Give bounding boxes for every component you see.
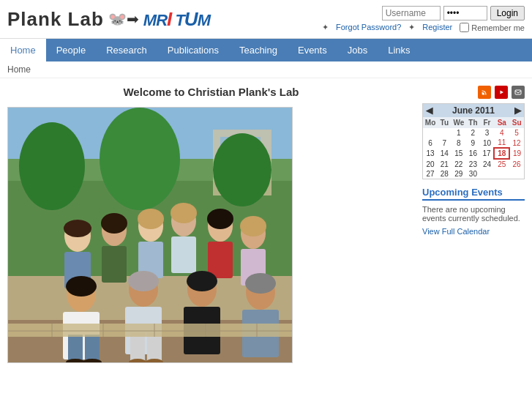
cal-day-cell[interactable]: 8 [452, 138, 467, 148]
cal-day-cell[interactable]: 25 [494, 159, 509, 169]
svg-point-45 [171, 203, 197, 223]
cal-day-cell[interactable]: 26 [509, 159, 524, 169]
svg-rect-35 [85, 335, 100, 360]
cal-day-cell[interactable]: 4 [494, 128, 509, 138]
nav-links[interactable]: Links [378, 39, 420, 61]
nav-publications[interactable]: Publications [157, 39, 229, 61]
cal-day-cell[interactable]: 28 [438, 169, 451, 179]
login-button[interactable]: Login [490, 6, 525, 20]
cal-day-we: We [452, 117, 467, 128]
nav-people[interactable]: People [46, 39, 96, 61]
cal-day-cell[interactable]: 2 [466, 128, 479, 138]
cal-next-arrow[interactable]: ▶ [514, 105, 521, 116]
youtube-icon[interactable] [495, 86, 508, 99]
social-icons [422, 86, 525, 99]
cal-day-su: Su [509, 117, 524, 128]
cal-day-cell[interactable]: 14 [438, 148, 451, 159]
cal-day-fr: Fr [480, 117, 495, 128]
login-area: Login ✦ Forgot Password? ✦ Register Reme… [322, 6, 525, 32]
username-input[interactable] [382, 6, 441, 20]
email-icon[interactable] [512, 86, 525, 99]
svg-rect-52 [8, 324, 293, 337]
cal-day-tu: Tu [438, 117, 451, 128]
cal-day-sa: Sa [494, 117, 509, 128]
cal-day-cell[interactable]: 7 [438, 138, 451, 148]
remember-me-label: Remember me [460, 23, 525, 32]
svg-rect-15 [102, 246, 127, 283]
breadcrumb: Home [0, 61, 532, 78]
logo-icon: 🐭➡ [108, 10, 139, 28]
rss-icon[interactable] [478, 86, 491, 99]
logo-area: Plank Lab 🐭➡ MRI TUM [7, 8, 210, 31]
main-nav: Home People Research Publications Teachi… [0, 39, 532, 61]
main-content: Welcome to Christian Plank's Lab [0, 78, 532, 370]
nav-events[interactable]: Events [288, 39, 337, 61]
svg-marker-61 [501, 91, 504, 94]
cal-day-cell[interactable]: 15 [452, 148, 467, 159]
svg-rect-21 [208, 242, 233, 278]
cal-day-cell [423, 128, 438, 138]
content-area: Welcome to Christian Plank's Lab [7, 86, 415, 363]
cal-day-cell[interactable]: 9 [466, 138, 479, 148]
nav-home[interactable]: Home [0, 39, 46, 61]
calendar-grid: Mo Tu We Th Fr Sa Su 1234567891011121314… [423, 117, 524, 179]
cal-day-cell[interactable]: 29 [452, 169, 467, 179]
cal-day-th: Th [466, 117, 479, 128]
svg-point-43 [101, 213, 127, 234]
svg-rect-34 [68, 335, 83, 360]
upcoming-events-title: Upcoming Events [422, 187, 525, 201]
svg-point-10 [100, 108, 180, 210]
svg-point-49 [128, 271, 159, 291]
cal-day-cell[interactable]: 3 [480, 128, 495, 138]
calendar: ◀ June 2011 ▶ Mo Tu We Th Fr Sa Su [422, 103, 525, 179]
svg-point-46 [207, 209, 233, 229]
login-row: Login [382, 6, 525, 20]
header: Plank Lab 🐭➡ MRI TUM Login ✦ Forgot Pass… [0, 0, 532, 39]
logo-text: Plank Lab [7, 8, 104, 31]
view-calendar-link[interactable]: View Full Calendar [422, 227, 490, 236]
password-input[interactable] [443, 6, 487, 20]
page-title: Welcome to Christian Plank's Lab [7, 86, 415, 98]
cal-day-cell[interactable]: 1 [452, 128, 467, 138]
cal-day-cell[interactable]: 22 [452, 159, 467, 169]
nav-jobs[interactable]: Jobs [337, 39, 378, 61]
cal-day-cell [494, 169, 509, 179]
upcoming-events: Upcoming Events There are no upcoming ev… [422, 187, 525, 236]
calendar-body: 1234567891011121314151617181920212223242… [423, 128, 524, 179]
cal-day-cell[interactable]: 27 [423, 169, 438, 179]
login-links: ✦ Forgot Password? ✦ Register Remember m… [322, 23, 525, 32]
cal-prev-arrow[interactable]: ◀ [426, 105, 432, 116]
remember-me-text: Remember me [471, 23, 525, 32]
cal-day-cell[interactable]: 11 [494, 138, 509, 148]
svg-point-47 [240, 216, 266, 236]
cal-day-cell[interactable]: 18 [494, 148, 509, 159]
cal-day-cell[interactable]: 21 [438, 159, 451, 169]
cal-day-cell[interactable]: 13 [423, 148, 438, 159]
calendar-header: ◀ June 2011 ▶ [423, 104, 524, 117]
svg-point-9 [19, 122, 85, 210]
cal-day-cell[interactable]: 6 [423, 138, 438, 148]
group-photo [7, 107, 293, 363]
cal-day-cell [480, 169, 495, 179]
nav-research[interactable]: Research [96, 39, 157, 61]
cal-day-cell [438, 128, 451, 138]
cal-day-cell[interactable]: 19 [509, 148, 524, 159]
forgot-password-link[interactable]: Forgot Password? [336, 23, 401, 32]
cal-day-mo: Mo [423, 117, 438, 128]
cal-day-cell[interactable]: 20 [423, 159, 438, 169]
remember-me-checkbox[interactable] [460, 23, 469, 32]
register-icon: ✦ [408, 23, 415, 32]
register-link[interactable]: Register [422, 23, 452, 32]
mri-logo: MRI TUM [143, 8, 210, 31]
cal-day-cell[interactable]: 24 [480, 159, 495, 169]
cal-day-cell[interactable]: 16 [466, 148, 479, 159]
cal-day-cell[interactable]: 17 [480, 148, 495, 159]
forgot-password-icon: ✦ [322, 23, 329, 32]
nav-teaching[interactable]: Teaching [229, 39, 288, 61]
cal-day-cell[interactable]: 12 [509, 138, 524, 148]
cal-day-cell[interactable]: 5 [509, 128, 524, 138]
upcoming-events-text: There are no upcoming events currently s… [422, 205, 525, 223]
cal-day-cell[interactable]: 10 [480, 138, 495, 148]
cal-day-cell[interactable]: 23 [466, 159, 479, 169]
cal-day-cell[interactable]: 30 [466, 169, 479, 179]
